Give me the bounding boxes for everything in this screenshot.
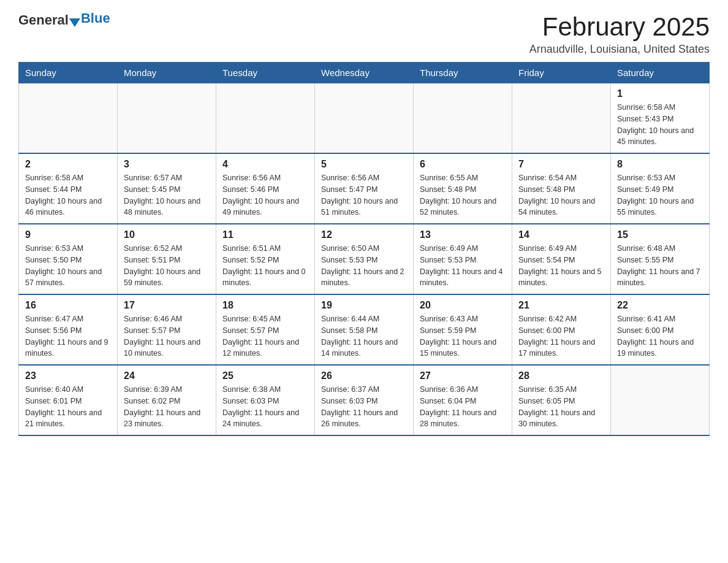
day-info: Sunrise: 6:54 AM Sunset: 5:48 PM Dayligh…: [518, 172, 604, 218]
day-cell: 4Sunrise: 6:56 AM Sunset: 5:46 PM Daylig…: [216, 153, 315, 224]
day-cell: 25Sunrise: 6:38 AM Sunset: 6:03 PM Dayli…: [216, 365, 315, 435]
day-number: 23: [25, 370, 111, 381]
day-cell: 26Sunrise: 6:37 AM Sunset: 6:03 PM Dayli…: [315, 365, 414, 435]
week-row-5: 23Sunrise: 6:40 AM Sunset: 6:01 PM Dayli…: [19, 365, 710, 435]
day-info: Sunrise: 6:45 AM Sunset: 5:57 PM Dayligh…: [222, 313, 308, 359]
header-day-tuesday: Tuesday: [216, 63, 315, 83]
day-cell: [611, 365, 710, 435]
day-number: 2: [25, 159, 111, 170]
day-info: Sunrise: 6:53 AM Sunset: 5:49 PM Dayligh…: [617, 172, 703, 218]
day-number: 16: [25, 300, 111, 311]
day-number: 9: [25, 229, 111, 240]
day-cell: 20Sunrise: 6:43 AM Sunset: 5:59 PM Dayli…: [414, 294, 512, 365]
day-info: Sunrise: 6:36 AM Sunset: 6:04 PM Dayligh…: [420, 384, 506, 430]
header-day-saturday: Saturday: [611, 63, 710, 83]
day-cell: 2Sunrise: 6:58 AM Sunset: 5:44 PM Daylig…: [19, 153, 118, 224]
day-info: Sunrise: 6:52 AM Sunset: 5:51 PM Dayligh…: [124, 243, 210, 289]
day-cell: 13Sunrise: 6:49 AM Sunset: 5:53 PM Dayli…: [414, 224, 512, 294]
day-number: 17: [124, 300, 210, 311]
day-cell: 19Sunrise: 6:44 AM Sunset: 5:58 PM Dayli…: [315, 294, 414, 365]
day-info: Sunrise: 6:47 AM Sunset: 5:56 PM Dayligh…: [25, 313, 111, 359]
day-info: Sunrise: 6:42 AM Sunset: 6:00 PM Dayligh…: [518, 313, 604, 359]
day-number: 6: [420, 159, 506, 170]
day-info: Sunrise: 6:58 AM Sunset: 5:43 PM Dayligh…: [617, 102, 703, 148]
day-cell: 15Sunrise: 6:48 AM Sunset: 5:55 PM Dayli…: [611, 224, 710, 294]
day-cell: [315, 83, 414, 154]
day-cell: 24Sunrise: 6:39 AM Sunset: 6:02 PM Dayli…: [118, 365, 216, 435]
header-day-wednesday: Wednesday: [315, 63, 414, 83]
header-row: SundayMondayTuesdayWednesdayThursdayFrid…: [19, 63, 710, 83]
day-number: 19: [321, 300, 407, 311]
day-info: Sunrise: 6:56 AM Sunset: 5:47 PM Dayligh…: [321, 172, 407, 218]
day-info: Sunrise: 6:44 AM Sunset: 5:58 PM Dayligh…: [321, 313, 407, 359]
header-day-thursday: Thursday: [414, 63, 512, 83]
title-section: February 2025 Arnaudville, Louisiana, Un…: [529, 12, 710, 56]
day-info: Sunrise: 6:38 AM Sunset: 6:03 PM Dayligh…: [222, 384, 308, 430]
day-info: Sunrise: 6:40 AM Sunset: 6:01 PM Dayligh…: [25, 384, 111, 430]
day-info: Sunrise: 6:39 AM Sunset: 6:02 PM Dayligh…: [124, 384, 210, 430]
day-info: Sunrise: 6:58 AM Sunset: 5:44 PM Dayligh…: [25, 172, 111, 218]
day-info: Sunrise: 6:49 AM Sunset: 5:54 PM Dayligh…: [518, 243, 604, 289]
day-info: Sunrise: 6:46 AM Sunset: 5:57 PM Dayligh…: [124, 313, 210, 359]
day-info: Sunrise: 6:51 AM Sunset: 5:52 PM Dayligh…: [222, 243, 308, 289]
day-cell: 17Sunrise: 6:46 AM Sunset: 5:57 PM Dayli…: [118, 294, 216, 365]
day-number: 27: [420, 370, 506, 381]
day-number: 4: [222, 159, 308, 170]
day-number: 7: [518, 159, 604, 170]
logo-triangle-icon: [69, 18, 80, 27]
day-cell: 10Sunrise: 6:52 AM Sunset: 5:51 PM Dayli…: [118, 224, 216, 294]
day-info: Sunrise: 6:43 AM Sunset: 5:59 PM Dayligh…: [420, 313, 506, 359]
day-info: Sunrise: 6:56 AM Sunset: 5:46 PM Dayligh…: [222, 172, 308, 218]
day-cell: 23Sunrise: 6:40 AM Sunset: 6:01 PM Dayli…: [19, 365, 118, 435]
day-number: 18: [222, 300, 308, 311]
header-day-monday: Monday: [118, 63, 216, 83]
day-cell: 9Sunrise: 6:53 AM Sunset: 5:50 PM Daylig…: [19, 224, 118, 294]
day-cell: 6Sunrise: 6:55 AM Sunset: 5:48 PM Daylig…: [414, 153, 512, 224]
location-subtitle: Arnaudville, Louisiana, United States: [529, 43, 710, 56]
week-row-1: 1Sunrise: 6:58 AM Sunset: 5:43 PM Daylig…: [19, 83, 710, 154]
day-number: 8: [617, 159, 703, 170]
day-info: Sunrise: 6:55 AM Sunset: 5:48 PM Dayligh…: [420, 172, 506, 218]
day-cell: 8Sunrise: 6:53 AM Sunset: 5:49 PM Daylig…: [611, 153, 710, 224]
week-row-2: 2Sunrise: 6:58 AM Sunset: 5:44 PM Daylig…: [19, 153, 710, 224]
day-cell: [216, 83, 315, 154]
day-number: 13: [420, 229, 506, 240]
day-number: 28: [518, 370, 604, 381]
day-cell: 14Sunrise: 6:49 AM Sunset: 5:54 PM Dayli…: [512, 224, 611, 294]
day-cell: [118, 83, 216, 154]
day-cell: 21Sunrise: 6:42 AM Sunset: 6:00 PM Dayli…: [512, 294, 611, 365]
day-cell: 27Sunrise: 6:36 AM Sunset: 6:04 PM Dayli…: [414, 365, 512, 435]
day-number: 26: [321, 370, 407, 381]
logo: General Blue: [18, 12, 110, 28]
day-number: 5: [321, 159, 407, 170]
day-info: Sunrise: 6:50 AM Sunset: 5:53 PM Dayligh…: [321, 243, 407, 289]
day-info: Sunrise: 6:37 AM Sunset: 6:03 PM Dayligh…: [321, 384, 407, 430]
day-cell: 7Sunrise: 6:54 AM Sunset: 5:48 PM Daylig…: [512, 153, 611, 224]
day-number: 10: [124, 229, 210, 240]
day-number: 21: [518, 300, 604, 311]
day-info: Sunrise: 6:49 AM Sunset: 5:53 PM Dayligh…: [420, 243, 506, 289]
day-cell: 3Sunrise: 6:57 AM Sunset: 5:45 PM Daylig…: [118, 153, 216, 224]
day-cell: [19, 83, 118, 154]
day-number: 14: [518, 229, 604, 240]
day-cell: 16Sunrise: 6:47 AM Sunset: 5:56 PM Dayli…: [19, 294, 118, 365]
day-number: 1: [617, 88, 703, 99]
day-number: 25: [222, 370, 308, 381]
day-cell: [414, 83, 512, 154]
day-info: Sunrise: 6:48 AM Sunset: 5:55 PM Dayligh…: [617, 243, 703, 289]
logo-general-text: General: [18, 12, 69, 28]
day-number: 20: [420, 300, 506, 311]
day-info: Sunrise: 6:53 AM Sunset: 5:50 PM Dayligh…: [25, 243, 111, 289]
logo-blue-text: Blue: [81, 10, 110, 26]
day-info: Sunrise: 6:57 AM Sunset: 5:45 PM Dayligh…: [124, 172, 210, 218]
day-cell: 28Sunrise: 6:35 AM Sunset: 6:05 PM Dayli…: [512, 365, 611, 435]
calendar-table: SundayMondayTuesdayWednesdayThursdayFrid…: [18, 62, 710, 436]
day-cell: 22Sunrise: 6:41 AM Sunset: 6:00 PM Dayli…: [611, 294, 710, 365]
week-row-4: 16Sunrise: 6:47 AM Sunset: 5:56 PM Dayli…: [19, 294, 710, 365]
calendar-header: SundayMondayTuesdayWednesdayThursdayFrid…: [19, 63, 710, 83]
month-title: February 2025: [529, 12, 710, 42]
day-cell: [512, 83, 611, 154]
day-cell: 12Sunrise: 6:50 AM Sunset: 5:53 PM Dayli…: [315, 224, 414, 294]
day-info: Sunrise: 6:35 AM Sunset: 6:05 PM Dayligh…: [518, 384, 604, 430]
day-number: 3: [124, 159, 210, 170]
